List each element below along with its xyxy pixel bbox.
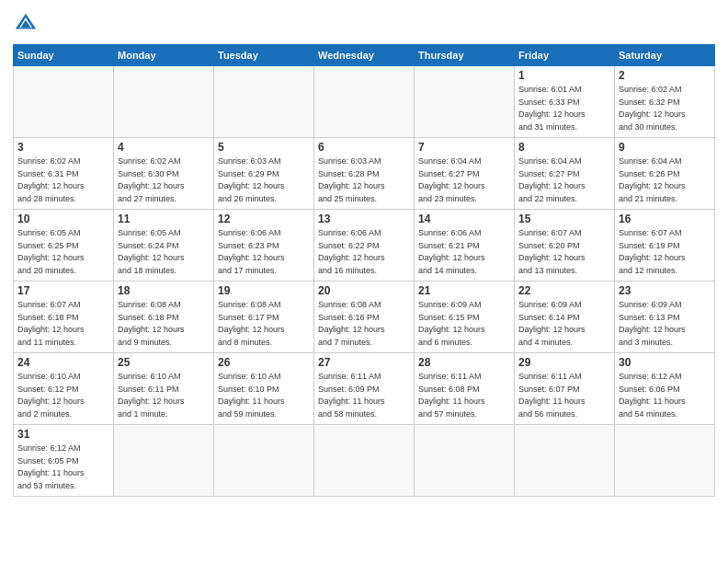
sun-info: Sunrise: 6:03 AM Sunset: 6:29 PM Dayligh… — [218, 155, 310, 205]
weekday-header-monday: Monday — [114, 45, 214, 66]
day-number: 2 — [619, 69, 711, 82]
day-number: 9 — [619, 141, 711, 154]
calendar-cell: 15Sunrise: 6:07 AM Sunset: 6:20 PM Dayli… — [515, 210, 615, 282]
calendar-cell: 5Sunrise: 6:03 AM Sunset: 6:29 PM Daylig… — [214, 138, 314, 210]
calendar-cell — [415, 425, 515, 497]
calendar-cell: 14Sunrise: 6:06 AM Sunset: 6:21 PM Dayli… — [415, 210, 515, 282]
logo — [13, 11, 42, 37]
day-number: 13 — [318, 213, 410, 225]
day-number: 3 — [17, 141, 109, 154]
calendar-cell: 2Sunrise: 6:02 AM Sunset: 6:32 PM Daylig… — [615, 66, 715, 138]
weekday-header-row: SundayMondayTuesdayWednesdayThursdayFrid… — [14, 45, 715, 66]
calendar-cell: 31Sunrise: 6:12 AM Sunset: 6:05 PM Dayli… — [14, 425, 114, 497]
day-number: 11 — [118, 213, 210, 225]
day-number: 23 — [619, 284, 711, 297]
sun-info: Sunrise: 6:09 AM Sunset: 6:13 PM Dayligh… — [619, 299, 711, 349]
calendar-cell — [615, 425, 715, 497]
calendar-cell: 3Sunrise: 6:02 AM Sunset: 6:31 PM Daylig… — [14, 138, 114, 210]
day-number: 4 — [118, 141, 210, 154]
weekday-header-saturday: Saturday — [615, 45, 715, 66]
day-number: 18 — [118, 284, 210, 297]
day-number: 27 — [318, 356, 410, 369]
calendar-cell: 11Sunrise: 6:05 AM Sunset: 6:24 PM Dayli… — [114, 210, 214, 282]
calendar-cell: 17Sunrise: 6:07 AM Sunset: 6:18 PM Dayli… — [14, 282, 114, 353]
day-number: 26 — [218, 356, 310, 369]
calendar-cell: 21Sunrise: 6:09 AM Sunset: 6:15 PM Dayli… — [415, 282, 515, 353]
weekday-header-sunday: Sunday — [14, 45, 114, 66]
weekday-header-thursday: Thursday — [415, 45, 515, 66]
sun-info: Sunrise: 6:09 AM Sunset: 6:14 PM Dayligh… — [518, 299, 610, 349]
sun-info: Sunrise: 6:07 AM Sunset: 6:20 PM Dayligh… — [518, 227, 610, 277]
sun-info: Sunrise: 6:11 AM Sunset: 6:07 PM Dayligh… — [518, 371, 610, 420]
calendar: SundayMondayTuesdayWednesdayThursdayFrid… — [13, 44, 715, 497]
header — [13, 11, 715, 37]
sun-info: Sunrise: 6:10 AM Sunset: 6:12 PM Dayligh… — [17, 371, 109, 420]
week-row-4: 17Sunrise: 6:07 AM Sunset: 6:18 PM Dayli… — [14, 282, 715, 353]
calendar-cell — [314, 425, 415, 497]
calendar-cell: 12Sunrise: 6:06 AM Sunset: 6:23 PM Dayli… — [214, 210, 314, 282]
day-number: 12 — [218, 213, 310, 225]
sun-info: Sunrise: 6:10 AM Sunset: 6:11 PM Dayligh… — [118, 371, 210, 420]
day-number: 14 — [418, 213, 510, 225]
day-number: 25 — [118, 356, 210, 369]
day-number: 1 — [518, 69, 610, 82]
week-row-6: 31Sunrise: 6:12 AM Sunset: 6:05 PM Dayli… — [14, 425, 715, 497]
calendar-cell: 22Sunrise: 6:09 AM Sunset: 6:14 PM Dayli… — [515, 282, 615, 353]
calendar-cell: 4Sunrise: 6:02 AM Sunset: 6:30 PM Daylig… — [114, 138, 214, 210]
calendar-cell: 19Sunrise: 6:08 AM Sunset: 6:17 PM Dayli… — [214, 282, 314, 353]
sun-info: Sunrise: 6:09 AM Sunset: 6:15 PM Dayligh… — [418, 299, 510, 349]
day-number: 16 — [619, 213, 711, 225]
calendar-cell: 18Sunrise: 6:08 AM Sunset: 6:18 PM Dayli… — [114, 282, 214, 353]
calendar-cell: 27Sunrise: 6:11 AM Sunset: 6:09 PM Dayli… — [314, 353, 415, 425]
week-row-5: 24Sunrise: 6:10 AM Sunset: 6:12 PM Dayli… — [14, 353, 715, 425]
sun-info: Sunrise: 6:08 AM Sunset: 6:17 PM Dayligh… — [218, 299, 310, 349]
sun-info: Sunrise: 6:05 AM Sunset: 6:25 PM Dayligh… — [17, 227, 109, 277]
calendar-cell: 8Sunrise: 6:04 AM Sunset: 6:27 PM Daylig… — [515, 138, 615, 210]
sun-info: Sunrise: 6:08 AM Sunset: 6:18 PM Dayligh… — [118, 299, 210, 349]
sun-info: Sunrise: 6:08 AM Sunset: 6:16 PM Dayligh… — [318, 299, 410, 349]
calendar-cell: 30Sunrise: 6:12 AM Sunset: 6:06 PM Dayli… — [615, 353, 715, 425]
calendar-cell: 16Sunrise: 6:07 AM Sunset: 6:19 PM Dayli… — [615, 210, 715, 282]
calendar-cell: 25Sunrise: 6:10 AM Sunset: 6:11 PM Dayli… — [114, 353, 214, 425]
sun-info: Sunrise: 6:11 AM Sunset: 6:09 PM Dayligh… — [318, 371, 410, 420]
day-number: 5 — [218, 141, 310, 154]
day-number: 8 — [518, 141, 610, 154]
calendar-cell — [314, 66, 415, 138]
day-number: 24 — [17, 356, 109, 369]
calendar-cell: 1Sunrise: 6:01 AM Sunset: 6:33 PM Daylig… — [515, 66, 615, 138]
sun-info: Sunrise: 6:04 AM Sunset: 6:27 PM Dayligh… — [518, 155, 610, 205]
calendar-cell: 28Sunrise: 6:11 AM Sunset: 6:08 PM Dayli… — [415, 353, 515, 425]
day-number: 10 — [17, 213, 109, 225]
calendar-cell: 13Sunrise: 6:06 AM Sunset: 6:22 PM Dayli… — [314, 210, 415, 282]
sun-info: Sunrise: 6:02 AM Sunset: 6:30 PM Dayligh… — [118, 155, 210, 205]
logo-icon — [13, 11, 39, 37]
calendar-cell: 20Sunrise: 6:08 AM Sunset: 6:16 PM Dayli… — [314, 282, 415, 353]
calendar-cell: 29Sunrise: 6:11 AM Sunset: 6:07 PM Dayli… — [515, 353, 615, 425]
calendar-cell: 10Sunrise: 6:05 AM Sunset: 6:25 PM Dayli… — [14, 210, 114, 282]
sun-info: Sunrise: 6:04 AM Sunset: 6:27 PM Dayligh… — [418, 155, 510, 205]
sun-info: Sunrise: 6:02 AM Sunset: 6:31 PM Dayligh… — [17, 155, 109, 205]
calendar-cell — [114, 425, 214, 497]
weekday-header-tuesday: Tuesday — [214, 45, 314, 66]
sun-info: Sunrise: 6:05 AM Sunset: 6:24 PM Dayligh… — [118, 227, 210, 277]
calendar-cell — [214, 425, 314, 497]
day-number: 17 — [17, 284, 109, 297]
day-number: 19 — [218, 284, 310, 297]
calendar-cell: 7Sunrise: 6:04 AM Sunset: 6:27 PM Daylig… — [415, 138, 515, 210]
calendar-cell — [415, 66, 515, 138]
sun-info: Sunrise: 6:12 AM Sunset: 6:05 PM Dayligh… — [17, 442, 109, 492]
day-number: 22 — [518, 284, 610, 297]
sun-info: Sunrise: 6:03 AM Sunset: 6:28 PM Dayligh… — [318, 155, 410, 205]
day-number: 29 — [518, 356, 610, 369]
day-number: 28 — [418, 356, 510, 369]
sun-info: Sunrise: 6:10 AM Sunset: 6:10 PM Dayligh… — [218, 371, 310, 420]
day-number: 30 — [619, 356, 711, 369]
calendar-cell — [14, 66, 114, 138]
calendar-cell — [214, 66, 314, 138]
day-number: 20 — [318, 284, 410, 297]
sun-info: Sunrise: 6:07 AM Sunset: 6:19 PM Dayligh… — [619, 227, 711, 277]
calendar-cell — [114, 66, 214, 138]
day-number: 31 — [17, 428, 109, 441]
sun-info: Sunrise: 6:02 AM Sunset: 6:32 PM Dayligh… — [619, 84, 711, 133]
week-row-3: 10Sunrise: 6:05 AM Sunset: 6:25 PM Dayli… — [14, 210, 715, 282]
